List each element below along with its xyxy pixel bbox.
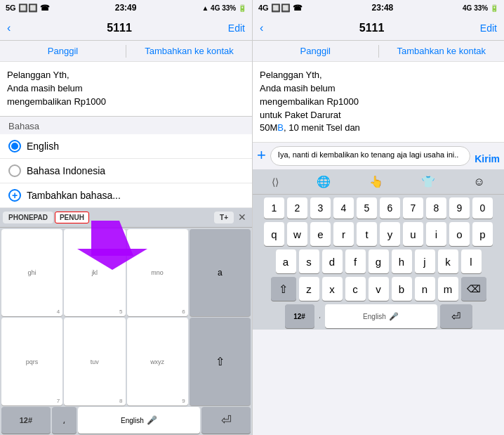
- chat-plus-icon[interactable]: +: [257, 146, 266, 166]
- qkey-2[interactable]: 2: [287, 197, 307, 219]
- plus-icon: +: [8, 189, 21, 202]
- close-icon-left[interactable]: ✕: [235, 212, 249, 223]
- status-bar-right: 4G 🔲🔲 ☎ 23:48 4G 33% 🔋: [253, 0, 504, 15]
- emoji-icon[interactable]: ☺: [473, 176, 484, 188]
- kb-key-a[interactable]: a: [190, 229, 251, 317]
- kb-key-pqrs[interactable]: pqrs 7: [1, 318, 62, 405]
- send-button[interactable]: Kirim: [475, 153, 500, 166]
- kb-key-jkl[interactable]: jkl 5: [64, 229, 125, 317]
- chat-input-box[interactable]: Iya, nanti di kembalikan ko tenang aja l…: [270, 146, 470, 166]
- qkey-g[interactable]: g: [369, 249, 389, 273]
- qkey-q[interactable]: q: [264, 222, 284, 246]
- backspace-key-right[interactable]: ⌫: [461, 277, 486, 301]
- status-signal-left: ▲ 4G 33% 🔋: [201, 4, 246, 12]
- qkey-8[interactable]: 8: [426, 197, 446, 219]
- qkey-f[interactable]: f: [345, 249, 366, 273]
- status-time-left: 23:49: [115, 3, 137, 13]
- qkey-y[interactable]: y: [380, 222, 400, 246]
- mic-icon-right: 🎤: [389, 312, 399, 321]
- nav-bar-left: ‹ 5111 Edit: [0, 15, 252, 41]
- qkey-u[interactable]: u: [403, 222, 423, 246]
- kb-key-comma[interactable]: ،: [52, 407, 77, 434]
- qkey-l[interactable]: l: [461, 249, 482, 273]
- kb-key-english[interactable]: English 🎤: [78, 407, 201, 434]
- qwerty-keyboard: 1 2 3 4 5 6 7 8 9 0 q w e r t y u i o p …: [253, 195, 504, 330]
- qkey-4[interactable]: 4: [333, 197, 354, 219]
- call-button-left[interactable]: Panggil: [0, 41, 126, 62]
- language-panel: Bahasa English Bahasa Indonesia + Tambah…: [0, 116, 252, 208]
- keyboard-tabs-row: PHONEPAD PENUH T+ ✕: [0, 208, 252, 228]
- qkey-shift-right[interactable]: ⇧: [271, 277, 296, 301]
- qkey-num-bottom[interactable]: 12#: [285, 304, 314, 328]
- call-button-right[interactable]: Panggil: [253, 41, 378, 62]
- add-contact-button-right[interactable]: Tambahkan ke kontak: [379, 41, 505, 62]
- kb-key-ghi[interactable]: ghi 4: [1, 229, 62, 317]
- kb-key-tuv-sub: 8: [119, 398, 122, 404]
- lang-option-english[interactable]: English: [0, 134, 252, 159]
- qkey-p[interactable]: p: [472, 222, 493, 246]
- kb-key-return-left[interactable]: ⏎: [201, 407, 251, 434]
- status-carrier-right: 4G 🔲🔲 ☎: [258, 4, 303, 13]
- kb-key-tuv-letters: tuv: [91, 358, 99, 365]
- qkey-r[interactable]: r: [333, 222, 354, 246]
- qkey-b[interactable]: b: [392, 277, 412, 301]
- panel-left: 5G 🔲🔲 ☎ 23:49 ▲ 4G 33% 🔋 ‹ 5111 Edit Pan…: [0, 0, 252, 435]
- qkey-j[interactable]: j: [415, 249, 435, 273]
- qkey-z[interactable]: z: [299, 277, 319, 301]
- back-button-right[interactable]: ‹: [260, 22, 263, 34]
- comma-key-right[interactable]: ،: [317, 311, 322, 321]
- message-text-right: Pelanggan Yth,Anda masih belummengembali…: [260, 69, 497, 135]
- add-language-option[interactable]: + Tambahkan bahasa...: [0, 183, 252, 208]
- qkey-v[interactable]: v: [369, 277, 389, 301]
- back-button-left[interactable]: ‹: [7, 22, 11, 34]
- message-link[interactable]: B: [277, 122, 284, 133]
- penuh-tab[interactable]: PENUH: [55, 212, 89, 223]
- kb-key-mno[interactable]: mno 6: [127, 229, 188, 317]
- qkey-t[interactable]: t: [357, 222, 377, 246]
- qkey-o[interactable]: o: [449, 222, 470, 246]
- shirt-icon[interactable]: 👕: [421, 175, 435, 188]
- qkey-n[interactable]: n: [415, 277, 435, 301]
- edit-button-left[interactable]: Edit: [228, 22, 245, 34]
- kb-key-shift[interactable]: ⇧: [190, 318, 251, 405]
- kb-key-jkl-letters: jkl: [92, 269, 98, 276]
- lang-option-bahasa[interactable]: Bahasa Indonesia: [0, 159, 252, 183]
- kb-key-tuv[interactable]: tuv 8: [64, 318, 125, 405]
- qkey-a[interactable]: a: [276, 249, 296, 273]
- nav-bar-right: ‹ 5111 Edit: [253, 15, 504, 41]
- kb-row-1: ghi 4 jkl 5 mno 6 a: [1, 229, 251, 317]
- qkey-h[interactable]: h: [392, 249, 412, 273]
- qkey-5[interactable]: 5: [357, 197, 377, 219]
- qkey-x[interactable]: x: [322, 277, 343, 301]
- tplus-tab[interactable]: T+: [214, 212, 234, 223]
- return-key-right[interactable]: ⏎: [440, 304, 472, 328]
- qkey-6[interactable]: 6: [380, 197, 400, 219]
- qkey-w[interactable]: w: [287, 222, 307, 246]
- qkey-k[interactable]: k: [438, 249, 458, 273]
- qkey-0[interactable]: 0: [472, 197, 493, 219]
- globe-icon[interactable]: 🌐: [317, 175, 331, 188]
- kb-key-12hash[interactable]: 12#: [1, 407, 51, 434]
- qkey-s[interactable]: s: [299, 249, 319, 273]
- qkey-9[interactable]: 9: [449, 197, 470, 219]
- qkey-e[interactable]: e: [310, 222, 331, 246]
- status-time-right: 23:48: [372, 3, 394, 13]
- space-key-right[interactable]: English 🎤: [325, 304, 437, 328]
- edit-button-right[interactable]: Edit: [480, 22, 497, 34]
- qkey-c[interactable]: c: [345, 277, 366, 301]
- finger-icon[interactable]: 👆: [369, 175, 383, 188]
- qkey-d[interactable]: d: [322, 249, 343, 273]
- kb-key-pqrs-sub: 7: [57, 398, 60, 404]
- qkey-7[interactable]: 7: [403, 197, 423, 219]
- code-icon[interactable]: ⟨⟩: [272, 176, 279, 188]
- add-contact-button-left[interactable]: Tambahkan ke kontak: [126, 41, 252, 62]
- status-carrier-left: 5G 🔲🔲 ☎: [6, 4, 50, 13]
- phonepad-tab[interactable]: PHONEPAD: [3, 212, 53, 223]
- mic-icon-left: 🎤: [147, 415, 157, 425]
- status-signal-right: 4G 33% 🔋: [463, 4, 498, 12]
- qkey-i[interactable]: i: [426, 222, 446, 246]
- qkey-1[interactable]: 1: [264, 197, 284, 219]
- qkey-m[interactable]: m: [438, 277, 458, 301]
- qkey-3[interactable]: 3: [310, 197, 331, 219]
- kb-key-wxyz[interactable]: wxyz 9: [127, 318, 188, 405]
